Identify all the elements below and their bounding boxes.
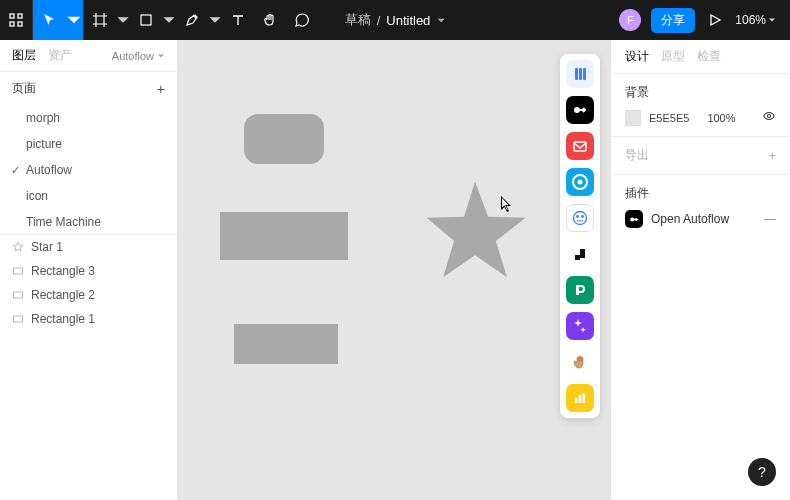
svg-rect-3	[18, 22, 22, 26]
svg-point-14	[578, 180, 583, 185]
canvas-shape-rect-2[interactable]	[220, 212, 348, 260]
share-button[interactable]: 分享	[651, 8, 695, 33]
text-tool-button[interactable]	[222, 0, 254, 40]
dock-item-smile[interactable]	[566, 204, 594, 232]
zoom-control[interactable]: 106%	[735, 13, 776, 27]
svg-point-24	[630, 218, 633, 221]
rect-outline-icon	[12, 313, 24, 325]
layer-item[interactable]: Rectangle 3	[0, 259, 177, 283]
layer-label: Star 1	[31, 238, 63, 256]
canvas[interactable]	[178, 40, 610, 500]
autoflow-plugin-icon	[625, 210, 643, 228]
dock-item-mail[interactable]	[566, 132, 594, 160]
star-icon	[12, 241, 24, 253]
dock-item-record[interactable]	[566, 168, 594, 196]
layer-label: Rectangle 3	[31, 262, 95, 280]
bg-hex[interactable]: E5E5E5	[649, 112, 689, 124]
comment-tool-button[interactable]	[286, 0, 318, 40]
page-item[interactable]: icon	[0, 183, 177, 209]
tab-inspect[interactable]: 检查	[697, 48, 721, 65]
svg-rect-18	[575, 255, 580, 260]
visibility-toggle[interactable]	[762, 109, 776, 126]
svg-rect-1	[18, 14, 22, 18]
main-menu-button[interactable]	[0, 0, 32, 40]
svg-point-17	[582, 216, 584, 218]
frame-tool-chevron[interactable]	[116, 0, 130, 40]
plugins-header: 插件	[625, 185, 649, 202]
dock-item-pexels[interactable]	[566, 276, 594, 304]
layer-item[interactable]: Star 1	[0, 235, 177, 259]
tab-design[interactable]: 设计	[625, 48, 649, 65]
page-item[interactable]: morph	[0, 105, 177, 131]
document-title[interactable]: Untitled	[386, 13, 430, 28]
svg-rect-22	[582, 393, 585, 403]
bg-opacity[interactable]: 100%	[707, 112, 735, 124]
hand-tool-button[interactable]	[254, 0, 286, 40]
page-item[interactable]: picture	[0, 131, 177, 157]
svg-rect-20	[575, 398, 578, 403]
svg-rect-21	[579, 395, 582, 403]
svg-rect-12	[574, 142, 586, 151]
dock-item-wand[interactable]	[566, 312, 594, 340]
add-page-button[interactable]: +	[157, 81, 165, 97]
svg-rect-10	[583, 68, 586, 80]
page-item[interactable]: Autoflow	[0, 157, 177, 183]
avatar[interactable]: F	[619, 9, 641, 31]
plugin-dock	[560, 54, 600, 418]
chevron-down-icon	[157, 52, 165, 60]
move-tool-button[interactable]	[33, 0, 65, 40]
pen-tool-chevron[interactable]	[208, 0, 222, 40]
plugin-open-autoflow[interactable]: Open Autoflow —	[625, 210, 776, 228]
dock-item-autoflow[interactable]	[566, 96, 594, 124]
layer-label: Rectangle 1	[31, 310, 95, 328]
tab-prototype[interactable]: 原型	[661, 48, 685, 65]
layer-item[interactable]: Rectangle 2	[0, 283, 177, 307]
dock-item-hand[interactable]	[566, 348, 594, 376]
autoflow-dropdown[interactable]: Autoflow	[112, 50, 165, 62]
dock-item-chart[interactable]	[566, 384, 594, 412]
svg-point-23	[767, 114, 770, 117]
svg-rect-6	[14, 292, 23, 298]
svg-rect-19	[580, 249, 585, 258]
help-button[interactable]: ?	[748, 458, 776, 486]
page-item[interactable]: Time Machine	[0, 209, 177, 235]
breadcrumb-sep: /	[377, 13, 381, 28]
svg-point-15	[574, 212, 587, 225]
layer-item[interactable]: Rectangle 1	[0, 307, 177, 331]
svg-rect-0	[10, 14, 14, 18]
svg-rect-9	[579, 68, 582, 80]
cursor-icon	[500, 195, 514, 213]
canvas-shape-rounded-rect[interactable]	[244, 114, 324, 164]
svg-rect-5	[14, 268, 23, 274]
add-export-button[interactable]: +	[769, 149, 776, 163]
remove-plugin-button[interactable]: —	[764, 212, 776, 226]
pages-header: 页面	[12, 80, 36, 97]
dock-item-layers[interactable]	[566, 60, 594, 88]
svg-point-11	[575, 108, 579, 112]
svg-rect-8	[575, 68, 578, 80]
plugin-label: Open Autoflow	[651, 212, 729, 226]
shape-tool-chevron[interactable]	[162, 0, 176, 40]
bg-header: 背景	[625, 84, 649, 101]
frame-tool-button[interactable]	[84, 0, 116, 40]
pen-tool-button[interactable]	[176, 0, 208, 40]
breadcrumb-prefix[interactable]: 草稿	[345, 11, 371, 29]
svg-rect-7	[14, 316, 23, 322]
tab-assets[interactable]: 资产	[48, 47, 72, 64]
canvas-shape-star[interactable]	[420, 176, 530, 286]
rect-icon	[12, 289, 24, 301]
svg-rect-2	[10, 22, 14, 26]
present-button[interactable]	[705, 0, 725, 40]
layer-label: Rectangle 2	[31, 286, 95, 304]
svg-rect-4	[141, 15, 151, 25]
canvas-shape-rect-3[interactable]	[234, 324, 338, 364]
move-tool-chevron[interactable]	[65, 0, 83, 40]
shape-tool-button[interactable]	[130, 0, 162, 40]
tab-layers[interactable]: 图层	[12, 47, 36, 64]
bg-swatch[interactable]	[625, 110, 641, 126]
svg-point-16	[577, 216, 579, 218]
dock-item-shape[interactable]	[566, 240, 594, 268]
export-header: 导出	[625, 147, 649, 164]
chevron-down-icon	[768, 16, 776, 24]
chevron-down-icon[interactable]	[436, 16, 445, 25]
